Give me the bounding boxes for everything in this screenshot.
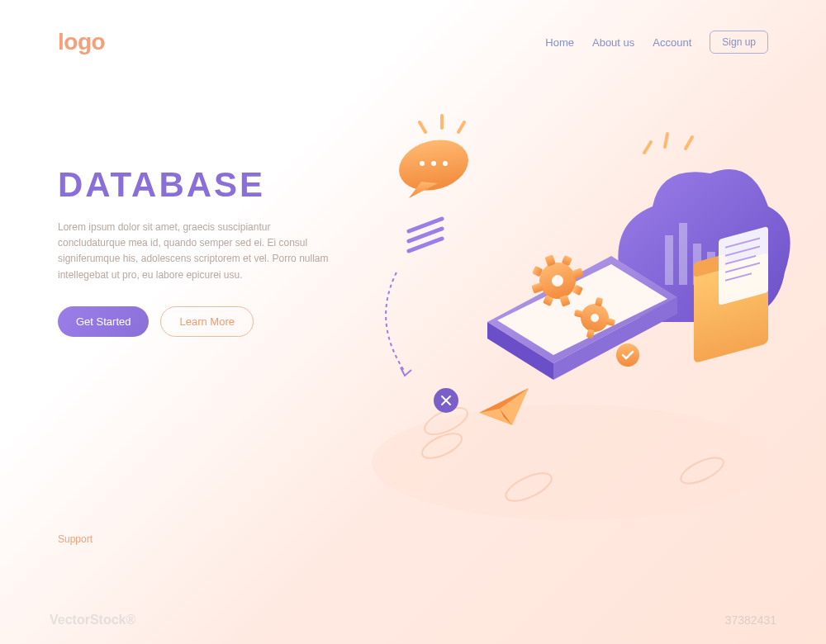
chat-icon bbox=[399, 135, 468, 198]
close-icon bbox=[434, 388, 458, 413]
svg-point-36 bbox=[616, 343, 639, 367]
svg-line-43 bbox=[458, 122, 464, 132]
get-started-button[interactable]: Get Started bbox=[58, 306, 149, 337]
svg-rect-14 bbox=[719, 226, 768, 305]
main-nav: Home About us Account Sign up bbox=[545, 31, 768, 54]
svg-point-40 bbox=[443, 161, 448, 166]
support-link[interactable]: Support bbox=[58, 533, 93, 545]
hero-title: DATABASE bbox=[58, 165, 339, 205]
svg-point-0 bbox=[372, 405, 768, 520]
watermark-brand: VectorStock® bbox=[50, 613, 135, 627]
watermark: VectorStock® 37382431 bbox=[50, 613, 776, 627]
svg-rect-9 bbox=[679, 223, 687, 285]
nav-about[interactable]: About us bbox=[592, 36, 634, 49]
svg-rect-8 bbox=[665, 235, 673, 285]
svg-point-38 bbox=[420, 161, 425, 166]
watermark-id: 37382431 bbox=[725, 613, 776, 627]
nav-account[interactable]: Account bbox=[653, 36, 691, 49]
signup-button[interactable]: Sign up bbox=[710, 31, 768, 54]
check-icon bbox=[616, 343, 639, 367]
logo[interactable]: logo bbox=[58, 29, 105, 55]
svg-line-6 bbox=[665, 134, 667, 147]
hero-section: DATABASE Lorem ipsum dolor sit amet, gra… bbox=[58, 165, 339, 337]
svg-line-5 bbox=[644, 142, 651, 153]
hero-description: Lorem ipsum dolor sit amet, graecis susc… bbox=[58, 220, 339, 283]
learn-more-button[interactable]: Learn More bbox=[160, 306, 253, 337]
hero-illustration bbox=[339, 107, 793, 520]
svg-line-7 bbox=[686, 137, 692, 149]
cta-group: Get Started Learn More bbox=[58, 306, 339, 337]
nav-home[interactable]: Home bbox=[545, 36, 574, 49]
svg-line-41 bbox=[420, 122, 425, 132]
svg-point-39 bbox=[431, 161, 436, 166]
